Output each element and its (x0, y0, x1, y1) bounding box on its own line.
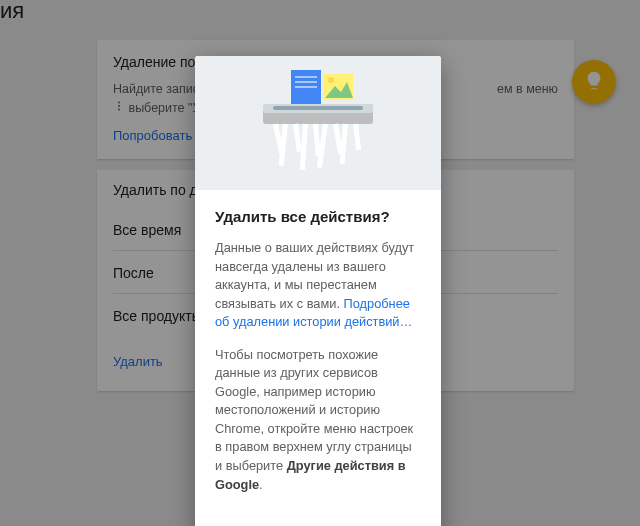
dialog-p2-before: Чтобы посмотреть похожие данные из други… (215, 347, 413, 473)
svg-point-9 (328, 77, 334, 83)
confirm-delete-dialog: Удалить все действия? Данные о ваших дей… (195, 56, 441, 526)
svg-rect-4 (295, 76, 317, 78)
svg-rect-21 (353, 124, 361, 150)
dialog-paragraph-2: Чтобы посмотреть похожие данные из други… (215, 346, 421, 494)
dialog-body: Удалить все действия? Данные о ваших дей… (195, 190, 441, 514)
cancel-button[interactable]: Отмена (285, 518, 353, 526)
dialog-p2-after: . (259, 477, 263, 492)
svg-rect-6 (295, 86, 317, 88)
svg-rect-5 (295, 81, 317, 83)
page-root: ия Удаление по темам или Найдите запись … (0, 0, 640, 526)
shredder-illustration (195, 56, 441, 190)
svg-rect-15 (293, 124, 302, 152)
dialog-paragraph-1: Данные о ваших действиях будут навсегда … (215, 239, 421, 332)
confirm-delete-button[interactable]: Удалить (361, 518, 433, 526)
dialog-title: Удалить все действия? (215, 208, 421, 225)
shredder-icon (233, 68, 403, 178)
svg-rect-12 (273, 106, 363, 110)
dialog-actions: Отмена Удалить (195, 514, 441, 526)
